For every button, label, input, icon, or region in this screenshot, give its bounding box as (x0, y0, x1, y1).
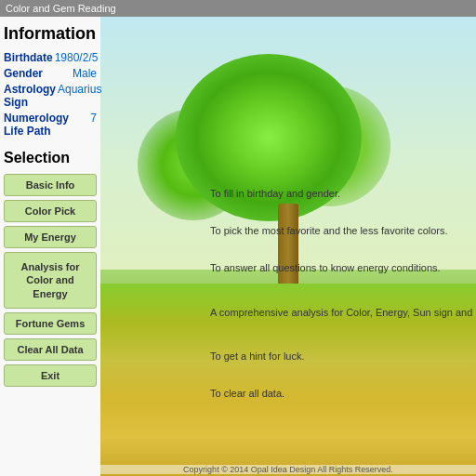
gender-row: Gender Male (4, 67, 97, 80)
desc-analysis: A comprehensive analysis for Color, Ener… (205, 286, 476, 337)
desc-my-energy: To answer all questions to know energy c… (205, 249, 476, 286)
gender-label: Gender (4, 67, 43, 80)
birthdate-label: Birthdate (4, 51, 53, 64)
birthdate-row: Birthdate 1980/2/5 (4, 51, 97, 64)
numerology-row: Numerology Life Path7 (4, 112, 97, 138)
desc-clear-all: To clear all data. (205, 375, 476, 412)
exit-button[interactable]: Exit (4, 364, 97, 387)
numerology-label: Numerology Life Path (4, 112, 88, 138)
selection-section: Selection Basic Info Color Pick My Energ… (4, 150, 97, 390)
numerology-value: 7 (90, 112, 97, 125)
app-title: Color and Gem Reading (6, 3, 116, 14)
fortune-gems-button[interactable]: Fortune Gems (4, 312, 97, 335)
copyright: Copyright © 2014 Opal Idea Design All Ri… (100, 465, 476, 474)
left-panel: Information Birthdate 1980/2/5 Gender Ma… (0, 17, 100, 476)
astrology-value: Aquarius (58, 83, 101, 109)
right-panel: To fill in birthday and gender. To pick … (100, 17, 476, 476)
birthdate-value: 1980/2/5 (55, 51, 99, 64)
clear-all-button[interactable]: Clear All Data (4, 338, 97, 361)
my-energy-button[interactable]: My Energy (4, 226, 97, 248)
gender-value: Male (73, 67, 97, 80)
desc-basic-info: To fill in birthday and gender. (205, 175, 476, 212)
basic-info-button[interactable]: Basic Info (4, 174, 97, 196)
astrology-row: Astrology Sign Aquarius (4, 83, 97, 109)
info-section: Information Birthdate 1980/2/5 Gender Ma… (4, 24, 97, 140)
title-bar: Color and Gem Reading (0, 0, 476, 17)
astrology-label: Astrology Sign (4, 83, 56, 109)
analysis-button[interactable]: Analysis forColor and Energy (4, 252, 97, 309)
color-pick-button[interactable]: Color Pick (4, 200, 97, 222)
main-layout: Information Birthdate 1980/2/5 Gender Ma… (0, 17, 476, 476)
info-heading: Information (4, 24, 97, 44)
selection-heading: Selection (4, 150, 97, 166)
desc-color-pick: To pick the most favorite and the less f… (205, 212, 476, 249)
desc-fortune-gems: To get a hint for luck. (205, 337, 476, 375)
descriptions-overlay: To fill in birthday and gender. To pick … (201, 33, 476, 416)
